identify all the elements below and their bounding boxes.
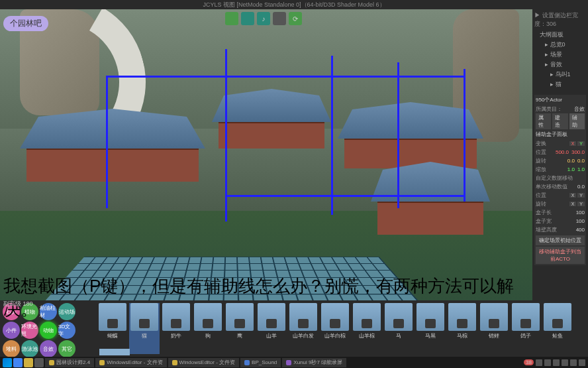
asset-label: 猫 [142,332,147,339]
taskbar-task[interactable]: WindowsEditor - 文件资 [168,358,239,367]
project-badge: 个园林吧 [3,16,48,31]
asset-thumbnail [544,303,571,331]
asset-label: 鲑鱼 [552,332,563,339]
tool-dash-icon[interactable] [273,12,286,25]
category-button[interactable]: 3D文字 [58,322,75,339]
asset-label: 山羊白棕 [324,332,346,339]
category-value: 音效 [574,105,585,113]
tree-item[interactable]: ▸ 场景 [534,50,586,60]
box-width-value[interactable]: 100 [576,218,585,224]
tool-music-icon[interactable]: ♪ [257,12,270,25]
tool-refresh-icon[interactable]: ⟳ [289,12,302,25]
app-icon[interactable] [34,358,44,367]
outliner-tree: 大纲面板 ▸ 总览0▸ 场景▸ 音效▸ 鸟叫1▸ 猫 [534,30,586,90]
category-button[interactable]: 动物 [40,322,57,339]
asset-label: 山羊白发 [293,332,314,339]
details-tab[interactable]: 辅助 [569,113,585,129]
viewport-toolbar: ♪ ⟳ [225,12,302,25]
tool-wrench-icon[interactable] [241,12,254,25]
taskbar-task[interactable]: Xunui 9秒7 绿能录屏 [282,358,346,367]
tree-item[interactable]: ▸ 鸟叫1 [534,70,586,80]
custom-move-label: 自定义数据移动 [536,174,573,182]
asset-label: 山羊棕 [359,332,375,339]
asset-label: 奶牛 [171,332,181,339]
windows-taskbar: 园林设计师2.4WindowsEditor - 文件资WindowsEditor… [0,357,588,368]
asset-label: 马黑 [425,332,436,339]
category-label: 所属类目： [536,105,562,113]
category-button[interactable]: 堆料 [3,340,20,357]
tree-item[interactable]: ▸ 音效 [534,60,586,70]
asset-label: 马棕 [457,332,467,339]
wall-height-label: 墙壁高度 [536,226,557,233]
details-tab[interactable]: 建造 [552,113,567,129]
asset-label: 鹰 [237,332,242,339]
asset-label: 鸽子 [520,332,531,339]
chrome-icon[interactable] [13,358,23,367]
tree-item[interactable]: ▸ 总览0 [534,40,586,50]
box-width-label: 盒子宽 [536,217,552,225]
category-button[interactable]: 游泳池 [21,340,38,357]
wall-height-value[interactable]: 400 [576,227,585,233]
asset-item[interactable]: 鲑鱼 [542,303,573,354]
asset-label: 马 [396,332,401,339]
tree-root[interactable]: 大纲面板 [534,30,586,40]
actor-count: 950个Actor [536,96,585,103]
asset-label: 狗 [205,332,211,339]
transform-label: 变换 [536,140,546,147]
asset-label: 蝴蝶 [107,332,118,339]
category-button[interactable]: 音效 [40,340,57,357]
window-titlebar: JCYLS 视图 [NetMode Standalone 0]（64-bit/D… [0,0,588,9]
tutorial-caption: 我想截图（P键），但是有辅助线怎么办？别慌，有两种方法可以解决。 [0,275,532,321]
sidebar-width-label: ▶ 设置侧边栏宽度：306 [534,11,586,29]
taskbar-task[interactable]: WindowsEditor - 文件资 [95,358,166,367]
tray-count: 38 [524,359,534,365]
details-tab[interactable]: 属性 [536,113,551,129]
box-length-value[interactable]: 100 [576,210,585,215]
taskbar-task[interactable]: BP_Sound [240,358,281,367]
tool-paint-icon[interactable] [225,12,238,25]
system-tray[interactable]: 38 [524,359,585,366]
explorer-icon[interactable] [24,358,33,367]
category-button[interactable]: 小件 [3,322,20,339]
asset-overflow-thumb[interactable] [99,349,130,355]
box-length-label: 盒子长 [536,209,552,216]
helper-box-title: 辅助盒子面板 [536,131,585,138]
taskbar-task[interactable]: 园林设计师2.4 [45,358,94,367]
info-level: 副高级 180 [3,300,33,308]
category-button[interactable]: 其它 [58,340,75,357]
single-move-label: 单次移动数值 [536,183,567,190]
confirm-initial-position-button[interactable]: 确定场景初始位置 [536,235,585,245]
move-helper-box-button[interactable]: 移动辅助盒子到当前ACTO [536,247,585,264]
tree-item[interactable]: ▸ 猫 [534,80,586,90]
single-move-value[interactable]: 0.0 [577,184,585,190]
asset-label: 锦鲤 [489,332,499,339]
start-button[interactable] [3,358,12,367]
category-button[interactable]: 环境光照 [21,322,38,339]
viewport-3d[interactable]: 个园林吧 ♪ ⟳ 我想截图（P键），但是有辅助线怎么办？别慌，有两种方法可以解决… [0,9,532,357]
asset-label: 山羊 [266,332,277,339]
